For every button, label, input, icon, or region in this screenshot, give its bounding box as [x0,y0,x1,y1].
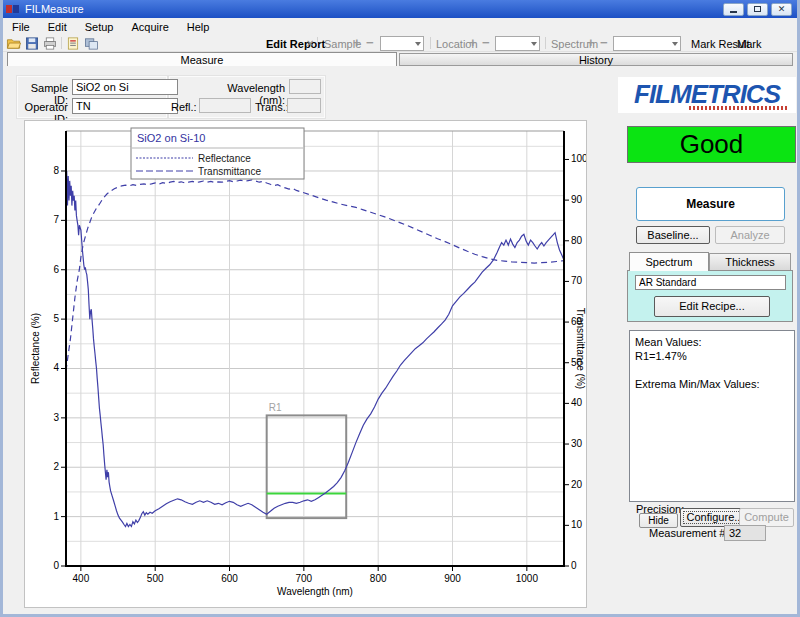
legend-transmittance-label: Transmittance [198,166,261,177]
hide-button[interactable]: Hide [639,513,678,528]
measure-page: Sample ID: Operator ID: Wavelength (nm):… [3,66,797,614]
sample-combobox[interactable] [380,36,424,51]
x-tick-label: 400 [73,573,90,584]
chevron-down-icon [531,42,537,46]
filmetrics-logo: FILMETRICS [618,77,796,113]
print-icon[interactable] [42,36,58,51]
left-axis-title: Reflectance (%) [30,313,41,384]
menu-help[interactable]: Help [178,19,219,35]
menu-edit[interactable]: Edit [39,19,76,35]
save-icon[interactable] [24,36,40,51]
status-indicator: Good [627,126,796,163]
x-tick-label: 900 [444,573,461,584]
left-tick-label: 3 [53,412,59,423]
left-tick-label: 1 [53,511,59,522]
menu-bar: File Edit Setup Acquire Help [3,18,797,35]
measurement-number-field [724,525,766,541]
location-add-button[interactable]: + [469,37,477,49]
measurement-number-label: Measurement # [649,527,725,539]
spectrum-chart[interactable]: R101234567801020304050607080901004005006… [25,121,586,607]
left-tick-label: 2 [53,461,59,472]
left-tick-label: 6 [53,264,59,275]
spectrum-add-button[interactable]: + [587,37,595,49]
wavelength-field [289,79,321,94]
tab-measure[interactable]: Measure [7,52,397,66]
x-tick-label: 600 [221,573,238,584]
sample-add-button[interactable]: + [353,37,361,49]
menu-acquire[interactable]: Acquire [122,19,177,35]
reflectance-curve [66,171,564,527]
window-title: FILMeasure [25,3,84,15]
spectrum-remove-button[interactable]: − [600,37,608,49]
left-tick-label: 0 [53,560,59,571]
spectrum-recipe-panel: Edit Recipe... [627,270,793,322]
left-tick-label: 4 [53,362,59,373]
right-tick-label: 70 [571,275,583,286]
results-listbox[interactable]: Mean Values: R1=1.47% Extrema Min/Max Va… [629,330,795,502]
minimize-button[interactable] [723,3,744,16]
x-tick-label: 800 [370,573,387,584]
right-tick-label: 30 [571,438,583,449]
restore-button[interactable] [747,3,768,16]
chevron-down-icon [672,42,678,46]
chevron-down-icon [415,42,421,46]
left-tick-label: 5 [53,313,59,324]
recipe-name-input[interactable] [635,275,786,290]
app-icon [6,4,20,15]
copy-screen-icon[interactable] [83,36,99,51]
legend-reflectance-label: Reflectance [198,153,251,164]
refl-field [199,98,251,113]
sample-id-input[interactable] [72,79,178,95]
operator-id-input[interactable] [72,98,178,114]
title-bar: FILMeasure ✕ [0,0,800,18]
right-tick-label: 100 [571,153,586,164]
right-tick-label: 80 [571,235,583,246]
transmittance-curve [66,180,564,371]
left-tick-label: 7 [53,214,59,225]
right-tick-label: 20 [571,479,583,490]
trans-field [287,98,321,113]
menu-file[interactable]: File [3,19,39,35]
left-tick-label: 8 [53,165,59,176]
r1-box-label: R1 [269,402,282,413]
menu-setup[interactable]: Setup [76,19,123,35]
tab-spectrum[interactable]: Spectrum [629,252,709,271]
right-tick-label: 40 [571,397,583,408]
logo-stripes [689,106,789,110]
minimize-icon [730,11,737,13]
right-tick-label: 0 [571,560,577,571]
trans-label: Trans.: [255,101,283,113]
right-axis-title: Transmittance (%) [575,308,586,389]
x-axis-title: Wavelength (nm) [277,586,353,597]
x-tick-label: 700 [296,573,313,584]
restore-icon [754,6,761,12]
legend-title: SiO2 on Si-10 [137,132,205,144]
close-button[interactable]: ✕ [771,3,792,16]
tab-history[interactable]: History [399,53,793,66]
close-icon: ✕ [778,5,786,14]
spectrum-combobox[interactable] [613,36,681,51]
analyze-button[interactable]: Analyze [715,226,785,244]
location-combobox[interactable] [495,36,540,51]
report-icon[interactable] [65,36,81,51]
x-tick-label: 1000 [516,573,539,584]
right-tick-label: 90 [571,194,583,205]
tab-thickness[interactable]: Thickness [709,253,791,271]
x-tick-label: 500 [147,573,164,584]
right-tick-label: 10 [571,519,583,530]
sample-remove-button[interactable]: − [366,37,374,49]
location-remove-button[interactable]: − [482,37,490,49]
refl-label: Refl.: [171,101,195,113]
spectrum-chart-panel: R101234567801020304050607080901004005006… [24,120,587,608]
edit-recipe-button[interactable]: Edit Recipe... [654,296,770,317]
measure-button[interactable]: Measure [636,187,785,221]
edit-report-close-icon[interactable]: ✕ [306,38,314,49]
baseline-button[interactable]: Baseline... [636,226,710,244]
toolbar: Edit Report ✕ Sample + − Location + − Sp… [3,35,797,52]
open-icon[interactable] [6,36,22,51]
main-tab-bar: Measure History [3,52,797,66]
status-label: Good [680,129,744,160]
